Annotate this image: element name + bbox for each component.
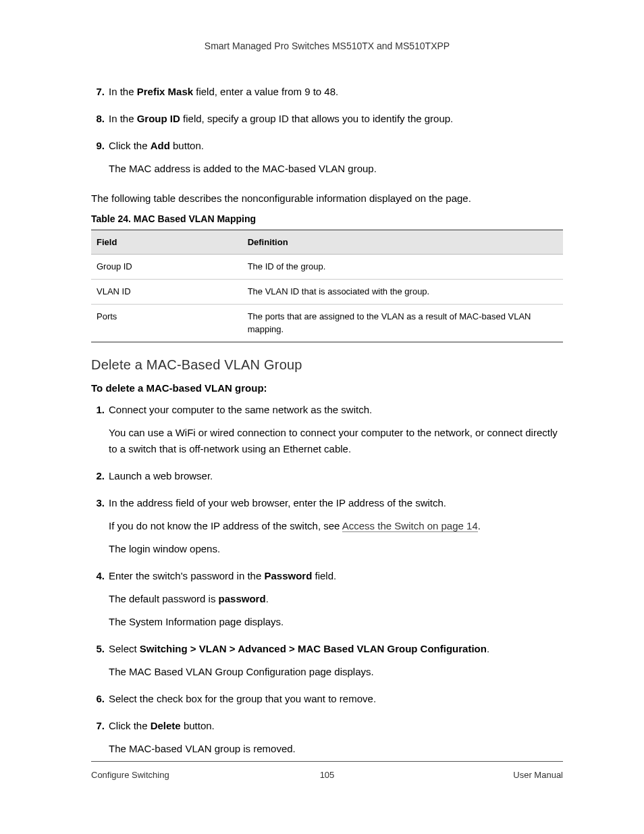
default-value: password <box>219 593 266 604</box>
text: . <box>487 643 489 654</box>
procedure-intro: To delete a MAC-based VLAN group: <box>91 382 563 394</box>
table-row: Group ID The ID of the group. <box>91 255 563 280</box>
step-item: 7. Click the Delete button. The MAC-base… <box>91 718 563 764</box>
cell-field: VLAN ID <box>91 280 242 305</box>
col-definition: Definition <box>242 230 563 255</box>
text: . <box>478 520 481 531</box>
text: The default password is <box>109 593 219 604</box>
text: field, enter a value from 9 to 48. <box>193 86 338 97</box>
text: Select <box>109 643 140 654</box>
step-number: 3. <box>91 495 109 564</box>
text: . <box>266 593 269 604</box>
step-item: 7. In the Prefix Mask field, enter a val… <box>91 84 563 107</box>
step-number: 7. <box>91 84 109 107</box>
text: Launch a web browser. <box>109 468 563 484</box>
step-body: In the address field of your web browser… <box>109 495 563 564</box>
step-body: In the Prefix Mask field, enter a value … <box>109 84 563 107</box>
step-number: 5. <box>91 641 109 687</box>
table-row: VLAN ID The VLAN ID that is associated w… <box>91 280 563 305</box>
cell-definition: The ports that are assigned to the VLAN … <box>242 305 563 342</box>
table-caption: Table 24. MAC Based VLAN Mapping <box>91 213 563 224</box>
section-heading: Delete a MAC-Based VLAN Group <box>91 357 563 373</box>
text: button. <box>170 140 204 151</box>
button-name: Add <box>151 140 170 151</box>
text: In the <box>109 113 137 124</box>
field-name: Password <box>264 570 312 581</box>
text: Click the <box>109 720 151 731</box>
step-number: 7. <box>91 718 109 764</box>
detail-text: The login window opens. <box>109 541 563 557</box>
step-item: 3. In the address field of your web brow… <box>91 495 563 564</box>
col-field: Field <box>91 230 242 255</box>
cell-definition: The VLAN ID that is associated with the … <box>242 280 563 305</box>
button-name: Delete <box>151 720 181 731</box>
table-intro: The following table describes the noncon… <box>91 190 563 207</box>
step-number: 6. <box>91 691 109 714</box>
text: In the <box>109 86 137 97</box>
step-item: 5. Select Switching > VLAN > Advanced > … <box>91 641 563 687</box>
result-text: The MAC address is added to the MAC-base… <box>109 161 563 177</box>
step-body: Click the Delete button. The MAC-based V… <box>109 718 563 764</box>
result-text: The MAC-based VLAN group is removed. <box>109 741 563 757</box>
page-number: 105 <box>91 770 563 780</box>
text: Click the <box>109 140 151 151</box>
step-item: 1. Connect your computer to the same net… <box>91 402 563 464</box>
cell-field: Group ID <box>91 255 242 280</box>
field-name: Prefix Mask <box>137 86 193 97</box>
step-item: 8. In the Group ID field, specify a grou… <box>91 111 563 134</box>
cross-reference-link[interactable]: Access the Switch on page 14 <box>342 520 478 532</box>
step-body: Connect your computer to the same networ… <box>109 402 563 464</box>
step-number: 8. <box>91 111 109 134</box>
steps-list-b: 1. Connect your computer to the same net… <box>91 402 563 764</box>
step-number: 2. <box>91 468 109 491</box>
step-body: In the Group ID field, specify a group I… <box>109 111 563 134</box>
step-item: 4. Enter the switch's password in the Pa… <box>91 568 563 637</box>
step-number: 9. <box>91 138 109 184</box>
text: Select the check box for the group that … <box>109 691 563 707</box>
detail-text: You can use a WiFi or wired connection t… <box>109 425 563 457</box>
table-row: Ports The ports that are assigned to the… <box>91 305 563 342</box>
vlan-mapping-table: Field Definition Group ID The ID of the … <box>91 230 563 342</box>
text: In the address field of your web browser… <box>109 495 563 511</box>
steps-list-a: 7. In the Prefix Mask field, enter a val… <box>91 84 563 184</box>
page-footer: Configure Switching 105 User Manual <box>91 761 563 780</box>
text: field. <box>312 570 336 581</box>
step-body: Click the Add button. The MAC address is… <box>109 138 563 184</box>
step-number: 4. <box>91 568 109 637</box>
step-body: Enter the switch's password in the Passw… <box>109 568 563 637</box>
text: Connect your computer to the same networ… <box>109 402 563 418</box>
text: If you do not know the IP address of the… <box>109 520 342 531</box>
detail-text: The MAC Based VLAN Group Configuration p… <box>109 664 563 680</box>
text: Enter the switch's password in the <box>109 570 264 581</box>
cell-definition: The ID of the group. <box>242 255 563 280</box>
table-header-row: Field Definition <box>91 230 563 255</box>
detail-text: The default password is password. <box>109 591 563 607</box>
step-body: Select the check box for the group that … <box>109 691 563 714</box>
cell-field: Ports <box>91 305 242 342</box>
step-item: 9. Click the Add button. The MAC address… <box>91 138 563 184</box>
detail-text: If you do not know the IP address of the… <box>109 518 563 534</box>
field-name: Group ID <box>137 113 180 124</box>
step-item: 6. Select the check box for the group th… <box>91 691 563 714</box>
step-body: Select Switching > VLAN > Advanced > MAC… <box>109 641 563 687</box>
step-item: 2. Launch a web browser. <box>91 468 563 491</box>
step-number: 1. <box>91 402 109 464</box>
text: field, specify a group ID that allows yo… <box>180 113 453 124</box>
text: button. <box>181 720 215 731</box>
step-body: Launch a web browser. <box>109 468 563 491</box>
menu-path: Switching > VLAN > Advanced > MAC Based … <box>140 643 487 654</box>
detail-text: The System Information page displays. <box>109 614 563 630</box>
page-header-title: Smart Managed Pro Switches MS510TX and M… <box>91 41 563 51</box>
